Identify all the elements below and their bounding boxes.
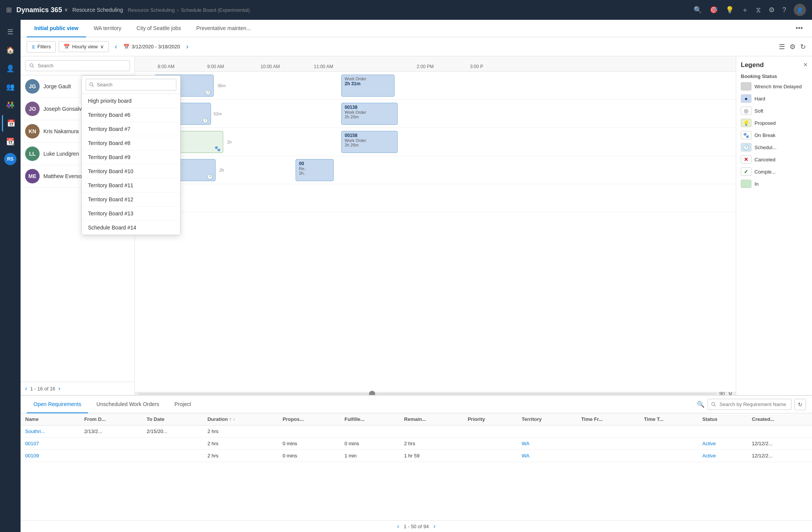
cell-stat-2[interactable]: Active <box>698 438 747 450</box>
tab-preventative[interactable]: Preventative mainten... <box>189 20 258 37</box>
col-name[interactable]: Name <box>21 413 80 425</box>
block-title-ll-2: 00 <box>299 161 330 166</box>
resource-prev-btn[interactable]: ‹ <box>25 385 27 392</box>
sidebar-icon-groups[interactable]: 👫 <box>2 97 19 113</box>
gantt-block-jg-2[interactable]: Work Order 2h 31m <box>341 75 395 97</box>
legend-close-button[interactable]: × <box>803 61 807 69</box>
col-duration[interactable]: Duration ↑ ↑ <box>203 413 278 425</box>
dropdown-item-territory-9[interactable]: Territory Board #9 <box>82 150 180 164</box>
cell-name-3[interactable]: 00109 <box>21 450 80 462</box>
gantt-block-kn-2[interactable]: 00158 Work Order 2h 26m <box>341 131 398 153</box>
col-priority[interactable]: Priority <box>463 413 517 425</box>
col-to-date[interactable]: To Date <box>142 413 203 425</box>
bottom-tab-project[interactable]: Project <box>168 396 198 413</box>
app-grid-icon[interactable]: ⊞ <box>6 6 12 14</box>
cell-to-1: 2/15/20... <box>142 425 203 438</box>
legend-label-scheduled: Schedul... <box>754 145 777 150</box>
cell-ter-3[interactable]: WA <box>517 450 577 462</box>
dropdown-item-territory-6[interactable]: Territory Board #6 <box>82 108 180 122</box>
user-initials-badge[interactable]: RS <box>4 153 16 165</box>
bottom-tab-unscheduled[interactable]: Unscheduled Work Orders <box>90 396 166 413</box>
dropdown-item-territory-10[interactable]: Territory Board #10 <box>82 164 180 178</box>
cell-ful-2: 0 mins <box>340 438 400 450</box>
view-selector-button[interactable]: 📅 Hourly view ∨ <box>59 41 109 52</box>
col-from-date[interactable]: From D... <box>80 413 142 425</box>
dropdown-item-territory-13[interactable]: Territory Board #13 <box>82 207 180 221</box>
time-1000: 10:00 AM <box>261 64 280 69</box>
dropdown-item-territory-12[interactable]: Territory Board #12 <box>82 193 180 207</box>
gantt-expand-button[interactable]: ∨ <box>728 390 733 395</box>
resource-search-input[interactable] <box>25 60 130 71</box>
col-status[interactable]: Status <box>698 413 747 425</box>
legend-swatch-soft: ◎ <box>741 107 751 115</box>
date-next-button[interactable]: › <box>183 41 192 52</box>
brand-name[interactable]: Dynamics 365 ∨ <box>16 6 68 14</box>
lightbulb-icon[interactable]: 💡 <box>726 6 734 14</box>
date-range: 📅 3/12/2020 - 3/18/2020 <box>123 44 180 49</box>
settings-icon[interactable]: ⚙ <box>769 6 775 14</box>
bottom-footer: ‹ 1 - 50 of 94 › <box>21 520 812 532</box>
target-icon[interactable]: 🎯 <box>710 6 718 14</box>
gantt-block-ll-2[interactable]: 00 Re.. 2h.. <box>296 159 334 181</box>
cell-ter-2[interactable]: WA <box>517 438 577 450</box>
col-time-from[interactable]: Time Fr... <box>577 413 639 425</box>
bottom-refresh-button[interactable]: ↻ <box>794 399 806 410</box>
col-fulfilled[interactable]: Fulfille... <box>340 413 400 425</box>
filter-icon[interactable]: ⧖ <box>756 6 761 14</box>
sidebar-icon-calendar2[interactable]: 📆 <box>2 133 19 150</box>
cell-name-1[interactable]: Southri... <box>21 425 80 438</box>
cell-stat-3[interactable]: Active <box>698 450 747 462</box>
col-time-to[interactable]: Time T... <box>639 413 698 425</box>
dropdown-search-input[interactable] <box>86 79 176 91</box>
gantt-rows: 39m Work Order 2h 38m 🕐 Work Order 2h 31… <box>135 72 736 392</box>
sidebar-icon-home[interactable]: 🏠 <box>2 42 19 59</box>
search-icon[interactable]: 🔍 <box>694 6 702 14</box>
tab-city-seattle[interactable]: City of Seattle jobs <box>129 20 189 37</box>
col-territory[interactable]: Territory <box>517 413 577 425</box>
filters-button[interactable]: ⧖ Filters <box>27 41 56 53</box>
requirement-search-input[interactable] <box>708 399 791 410</box>
col-proposed[interactable]: Propos... <box>278 413 340 425</box>
help-icon[interactable]: ? <box>782 6 786 14</box>
cell-pri-2 <box>463 438 517 450</box>
gantt-block-jo-2[interactable]: 00138 Work Order 2h 20m <box>341 103 398 125</box>
sidebar-icon-menu[interactable]: ☰ <box>2 24 19 40</box>
bottom-tab-open-requirements[interactable]: Open Requirements <box>27 396 88 413</box>
clock-icon-jo: 🕐 <box>202 118 208 123</box>
col-remaining[interactable]: Remain... <box>400 413 463 425</box>
block-title-2: 00138 <box>345 105 394 110</box>
tab-initial-public-view[interactable]: Initial public view <box>27 20 86 37</box>
settings-icon-2[interactable]: ⚙ <box>790 43 796 51</box>
tab-wa-territory[interactable]: WA territory <box>86 20 129 37</box>
sidebar-icon-contacts[interactable]: 👤 <box>2 60 19 77</box>
bottom-next-btn[interactable]: › <box>433 523 435 530</box>
dropdown-item-territory-8[interactable]: Territory Board #8 <box>82 136 180 150</box>
cell-name-2[interactable]: 00107 <box>21 438 80 450</box>
legend-label-soft: Soft <box>754 108 763 114</box>
legend-swatch-scheduled: 🕐 <box>741 143 751 151</box>
dropdown-item-schedule-board-14[interactable]: Schedule Board #14 <box>82 221 180 235</box>
refresh-icon[interactable]: ↻ <box>800 43 806 51</box>
dropdown-item-high-priority[interactable]: High priority board <box>82 94 180 108</box>
sidebar-icon-calendar[interactable]: 📅 <box>2 115 19 132</box>
cell-rem-1 <box>400 425 463 438</box>
onbreak-paw-icon: 🐾 <box>743 132 749 138</box>
add-icon[interactable]: ＋ <box>742 5 748 14</box>
gantt-slider[interactable] <box>138 393 716 395</box>
hard-dot-icon: ● <box>745 96 748 102</box>
dropdown-item-territory-11[interactable]: Territory Board #11 <box>82 178 180 193</box>
user-avatar[interactable]: 👤 <box>794 4 806 16</box>
sort-icon: ↑ <box>233 417 235 422</box>
sidebar-icon-team[interactable]: 👥 <box>2 78 19 95</box>
resource-next-btn[interactable]: › <box>58 385 60 392</box>
date-prev-button[interactable]: ‹ <box>112 41 120 52</box>
time-800: 8:00 AM <box>158 64 174 69</box>
bottom-prev-btn[interactable]: ‹ <box>397 523 399 530</box>
dropdown-item-territory-7[interactable]: Territory Board #7 <box>82 122 180 136</box>
col-created[interactable]: Created... <box>747 413 812 425</box>
tab-more-button[interactable]: ••• <box>793 24 806 32</box>
list-view-icon[interactable]: ☰ <box>779 43 785 51</box>
gantt-row-me <box>135 184 736 212</box>
date-range-label: 3/12/2020 - 3/18/2020 <box>132 44 180 49</box>
bottom-panel: Open Requirements Unscheduled Work Order… <box>21 395 812 532</box>
